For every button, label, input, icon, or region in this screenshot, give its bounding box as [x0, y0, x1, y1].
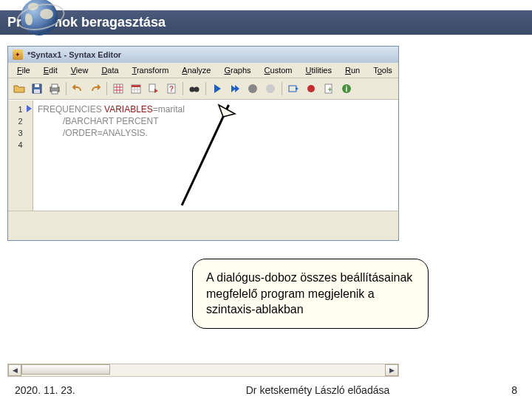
- new-file-icon[interactable]: [321, 81, 337, 97]
- svg-rect-6: [114, 84, 123, 93]
- svg-point-15: [248, 84, 257, 93]
- menu-custom[interactable]: Custom: [259, 64, 299, 76]
- slide-title: Programok beragasztása: [0, 10, 532, 35]
- line-gutter: 1 2 3 4: [8, 100, 33, 211]
- menu-file[interactable]: File: [11, 64, 36, 76]
- data-grid-icon[interactable]: [110, 81, 126, 97]
- slide-footer: 2020. 11. 23. Dr ketskeméty László előad…: [0, 384, 532, 396]
- scroll-right-button[interactable]: ▶: [385, 364, 398, 376]
- run-all-icon[interactable]: [227, 81, 243, 97]
- export-icon[interactable]: [146, 81, 162, 97]
- menu-tools[interactable]: Tools: [367, 64, 398, 76]
- redo-icon[interactable]: [87, 81, 103, 97]
- info-icon[interactable]: i: [338, 81, 355, 97]
- chevron-right-icon: ▶: [389, 366, 395, 374]
- breakpoint-icon[interactable]: [303, 81, 319, 97]
- svg-text:i: i: [346, 85, 348, 93]
- svg-rect-5: [52, 91, 58, 94]
- undo-icon[interactable]: [69, 81, 86, 97]
- scroll-left-button[interactable]: ◀: [8, 364, 21, 376]
- menu-view[interactable]: View: [65, 64, 95, 76]
- svg-rect-17: [289, 86, 296, 92]
- callout-text: A dialógus-doboz összes beállításainak m…: [192, 259, 429, 329]
- callout: A dialógus-doboz összes beállításainak m…: [192, 163, 429, 329]
- binoculars-icon[interactable]: [186, 81, 202, 97]
- svg-point-16: [266, 84, 275, 93]
- scroll-thumb[interactable]: [21, 364, 110, 375]
- svg-rect-14: [193, 88, 196, 89]
- gutter-line[interactable]: 2: [8, 115, 33, 127]
- goto-icon[interactable]: [285, 81, 301, 97]
- gutter-line[interactable]: 4: [8, 139, 33, 151]
- svg-point-18: [307, 85, 315, 92]
- menu-data[interactable]: Data: [95, 64, 124, 76]
- svg-text:?: ?: [169, 85, 174, 93]
- menu-bar: File Edit View Data Transform Analyze Gr…: [8, 63, 398, 78]
- svg-rect-8: [132, 85, 140, 87]
- toolbar: ? i: [8, 78, 398, 100]
- svg-rect-4: [52, 84, 58, 88]
- app-icon: ✦: [13, 50, 23, 60]
- scroll-track[interactable]: [21, 364, 385, 376]
- menu-transform[interactable]: Transform: [126, 64, 175, 76]
- code-line: /BARCHART PERCENT: [38, 115, 394, 127]
- current-line-marker: [27, 105, 32, 112]
- svg-rect-19: [325, 84, 332, 93]
- stop-icon[interactable]: [245, 81, 261, 97]
- run-icon[interactable]: [209, 81, 225, 97]
- footer-page: 8: [473, 384, 517, 396]
- svg-rect-2: [34, 89, 40, 93]
- window-title-bar: ✦ *Syntax1 - Syntax Editor: [8, 47, 398, 63]
- horizontal-scrollbar[interactable]: ◀ ▶: [7, 364, 399, 377]
- menu-run[interactable]: Run: [339, 64, 366, 76]
- menu-analyze[interactable]: Analyze: [176, 64, 216, 76]
- svg-rect-1: [35, 84, 39, 87]
- footer-center: Dr ketskeméty László előadása: [163, 384, 473, 396]
- menu-edit[interactable]: Edit: [38, 64, 64, 76]
- menu-graphs[interactable]: Graphs: [218, 64, 256, 76]
- calendar-icon[interactable]: [128, 81, 144, 97]
- code-line: FREQUENCIES VARIABLES=marital: [38, 103, 394, 115]
- window-title: *Syntax1 - Syntax Editor: [27, 50, 121, 59]
- globe-decor: [21, 0, 58, 35]
- chevron-left-icon: ◀: [13, 366, 18, 374]
- footer-date: 2020. 11. 23.: [15, 384, 163, 396]
- svg-rect-9: [149, 84, 155, 92]
- open-icon[interactable]: [11, 81, 27, 97]
- menu-utilities[interactable]: Utilities: [300, 64, 338, 76]
- gutter-line[interactable]: 3: [8, 127, 33, 139]
- print-icon[interactable]: [47, 81, 63, 97]
- stop-dim-icon[interactable]: [262, 81, 279, 97]
- help-icon[interactable]: ?: [163, 81, 180, 97]
- save-icon[interactable]: [29, 81, 45, 97]
